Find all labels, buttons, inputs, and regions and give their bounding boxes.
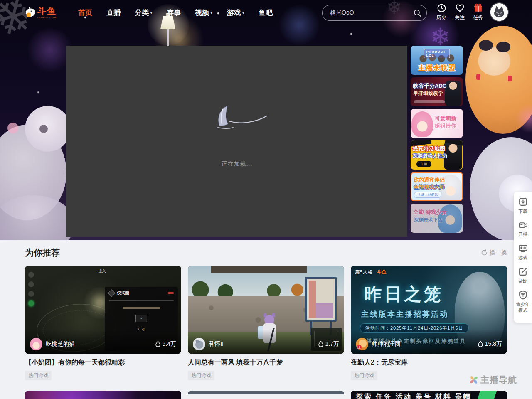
banner-anchor-league[interactable]: PRODUCT LOL 主播来联盟 <box>411 46 463 75</box>
history-button[interactable]: 历史 <box>432 3 451 21</box>
stream-tag[interactable]: 热门游戏 <box>351 371 377 380</box>
game-center-button[interactable]: 游戏 <box>515 244 531 261</box>
banner-title: 可爱萌新 <box>435 116 456 122</box>
nav-yuba[interactable]: 鱼吧 <box>259 8 273 17</box>
avatar-badge: 汪 <box>356 345 362 350</box>
stream-thumbnail[interactable]: 君怀Ⅱ 1.7万 <box>188 266 344 354</box>
follow-label: 关注 <box>455 14 465 21</box>
douyu-logo[interactable]: 斗鱼 DOUYU.COM <box>24 6 57 19</box>
video-player[interactable]: 正在加载... <box>66 46 407 237</box>
anchor-navigation-watermark: 主播导航 <box>469 374 517 386</box>
main-nav: 首页 直播 分类 赛事 视频 游戏 鱼吧 <box>64 8 273 17</box>
follow-button[interactable]: 关注 <box>451 3 469 21</box>
pinwheel-icon <box>469 375 479 385</box>
nav-games[interactable]: 游戏 <box>227 8 244 17</box>
help-button[interactable]: 帮助 <box>515 267 531 284</box>
streamer-avatar[interactable]: 汪 <box>356 338 368 350</box>
partial-banner-text: 探索 任务 活动 养号 材料 景帽 <box>356 392 472 399</box>
history-label: 历史 <box>436 14 446 21</box>
banner-title: 提瓦特活地图 <box>413 146 445 152</box>
stream-title[interactable]: 夜勤人2：无尽宝库 <box>351 358 507 367</box>
game-enter-label: 进入 <box>99 268 106 274</box>
banner-adc-teaching[interactable]: 峡谷千分ADC 单排细致教学 <box>411 77 463 106</box>
header-actions: 历史 关注 任务 <box>432 3 487 21</box>
search-input[interactable] <box>323 10 413 16</box>
nav-live[interactable]: 直播 <box>106 8 121 17</box>
banner-title: 主播来联盟 <box>411 64 463 72</box>
thumbnail-overlay: 汪 帅帅的汪团 15.8万 <box>351 330 507 354</box>
stream-card-partial[interactable]: 探索 任务 活动 养号 材料 景帽 <box>351 391 507 399</box>
refresh-label: 换一换 <box>490 249 507 256</box>
top-navigation-bar: 斗鱼 DOUYU.COM 首页 直播 分类 赛事 视频 游戏 鱼吧 <box>0 0 532 25</box>
recommend-section-header: 为你推荐 换一换 <box>25 247 507 259</box>
loading-shark-fin-icon <box>206 104 268 132</box>
streamer-avatar[interactable] <box>30 338 42 350</box>
nav-home[interactable]: 首页 <box>78 8 92 17</box>
refresh-button[interactable]: 换一换 <box>481 249 507 256</box>
game-monitor-icon <box>518 244 528 253</box>
streamer-name[interactable]: 吃桃芝的猫 <box>46 340 75 348</box>
search-icon[interactable] <box>413 9 421 17</box>
stream-card-partial[interactable] <box>188 391 344 399</box>
banner-game-girl[interactable]: 全能 游戏少女 深渊奇术下饭 <box>411 204 463 233</box>
event-headline: 昨日之笼 <box>351 283 457 306</box>
banner-subtitle: 姐姐带你 <box>435 123 456 129</box>
thumbnail-overlay: 吃桃芝的猫 9.4万 <box>25 330 181 354</box>
stream-title[interactable]: 【小奶团】有你的每一天都很精彩 <box>25 358 181 367</box>
cat-avatar-icon <box>490 3 508 21</box>
heart-icon <box>455 3 465 13</box>
task-button[interactable]: 任务 <box>469 3 487 21</box>
stream-thumbnail[interactable]: 进入 仪式圈 × 互动 吃桃芝的猫 9.4万 <box>25 266 181 354</box>
thumbnail-overlay: 君怀Ⅱ 1.7万 <box>188 330 344 354</box>
streamer-avatar[interactable] <box>193 338 205 350</box>
user-avatar[interactable] <box>490 3 508 21</box>
pencil-square-icon <box>518 267 528 276</box>
start-broadcast-button[interactable]: 开播 <box>515 220 531 237</box>
download-label: 下载 <box>518 208 527 214</box>
hot-flame-icon <box>318 341 324 347</box>
brand-row: 第5人格 斗鱼 <box>355 269 386 275</box>
identity-v-logo: 第5人格 <box>355 269 373 275</box>
teen-mode-button[interactable]: 青少年模式 <box>515 290 531 313</box>
banner-subtitle: 单排细致教学 <box>413 91 443 96</box>
douyu-homepage: ❄ ❄ ❄ <box>0 0 532 399</box>
banner-teyvat-map[interactable]: 提瓦特活地图 深渊最强人柱力 主播 <box>411 140 463 170</box>
download-button[interactable]: 下载 <box>515 197 531 214</box>
camera-icon <box>518 220 528 230</box>
stream-tag[interactable]: 热门游戏 <box>25 371 52 380</box>
banner-streamer-pill: 主播：林爱风 <box>414 192 442 198</box>
stream-title[interactable]: 人间总有一两风 填我十万八千梦 <box>188 358 344 367</box>
nav-categories[interactable]: 分类 <box>135 8 153 17</box>
download-icon <box>518 197 528 207</box>
viewer-count: 15.8万 <box>478 340 502 348</box>
stream-tag[interactable]: 热门游戏 <box>188 371 214 380</box>
panel-title: 仪式圈 <box>117 290 129 296</box>
hot-flame-icon <box>478 341 483 347</box>
watermark-label: 主播导航 <box>480 374 517 386</box>
stream-card-partial[interactable] <box>25 391 181 399</box>
shark-mascot-icon <box>24 6 37 19</box>
banner-overnight-companion-selected[interactable]: 你的通宵伴侣 全能游戏大师 主播：林爱风 <box>411 172 463 201</box>
event-subline: 主线版本主播招募活动 <box>351 309 459 319</box>
help-label: 帮助 <box>518 278 527 284</box>
search-box[interactable] <box>322 5 427 21</box>
logo-text: 斗鱼 <box>37 7 57 15</box>
section-title: 为你推荐 <box>25 247 60 259</box>
stream-card[interactable]: 进入 仪式圈 × 互动 吃桃芝的猫 9.4万 【小奶团】有你的每一天都很精彩 <box>25 266 181 380</box>
streamer-name[interactable]: 帅帅的汪团 <box>372 340 401 348</box>
nav-video[interactable]: 视频 <box>195 8 213 17</box>
banner-badge: PRODUCT LOL <box>424 49 450 58</box>
stream-card[interactable]: 君怀Ⅱ 1.7万 人间总有一两风 填我十万八千梦 热门游戏 <box>188 266 344 380</box>
banner-streamer-pill: 主播 <box>416 161 431 167</box>
viewer-count: 9.4万 <box>155 340 176 348</box>
game-label: 游戏 <box>518 255 527 261</box>
streamer-name[interactable]: 君怀Ⅱ <box>209 340 223 348</box>
douyu-mini-logo: 斗鱼 <box>377 269 386 275</box>
nav-esports[interactable]: 赛事 <box>167 8 181 17</box>
task-label: 任务 <box>473 14 483 21</box>
stream-card[interactable]: 第5人格 斗鱼 昨日之笼 主线版本主播招募活动 活动时间：2025年11月24日… <box>351 266 507 380</box>
banner-cute-newbie[interactable]: 可爱萌新 姐姐带你 <box>411 109 463 138</box>
stream-thumbnail[interactable]: 第5人格 斗鱼 昨日之笼 主线版本主播招募活动 活动时间：2025年11月24日… <box>351 266 507 354</box>
refresh-icon <box>481 249 488 256</box>
banner-subtitle: 全能游戏大师 <box>414 184 445 190</box>
